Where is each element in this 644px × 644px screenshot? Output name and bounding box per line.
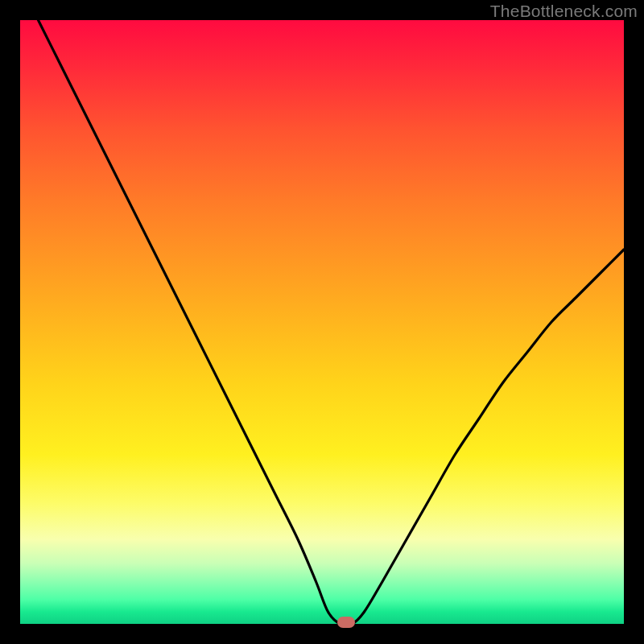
watermark-text: TheBottleneck.com — [490, 2, 638, 21]
bottleneck-curve — [20, 20, 624, 624]
minimum-marker — [337, 617, 355, 628]
plot-area — [20, 20, 624, 624]
chart-frame: TheBottleneck.com — [0, 0, 644, 644]
